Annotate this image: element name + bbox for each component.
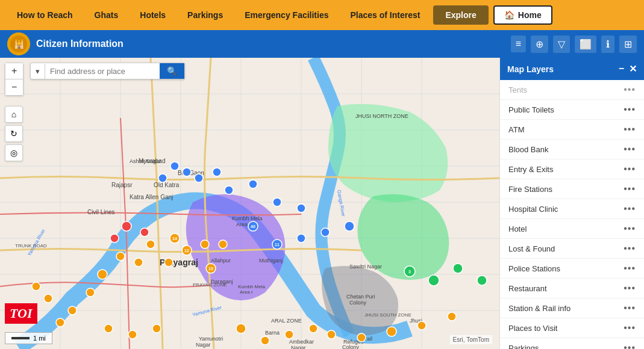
layer-entry-exits-label: Entry & Exits bbox=[508, 165, 553, 174]
info-icon-btn[interactable]: ℹ bbox=[601, 36, 614, 53]
nav-places-of-interest[interactable]: Places of Interest bbox=[340, 10, 431, 20]
locate-button[interactable]: ◎ bbox=[5, 144, 23, 161]
layer-station-rail: Station & Rail info ••• bbox=[500, 298, 644, 318]
svg-text:Ambedkar: Ambedkar bbox=[289, 339, 314, 345]
compass-button[interactable]: ↻ bbox=[5, 125, 23, 142]
layer-hospital-clinic-label: Hospital Clinic bbox=[508, 205, 558, 214]
layer-blood-bank: Blood Bank ••• bbox=[500, 140, 644, 159]
panel-close-icon[interactable]: ✕ bbox=[629, 63, 637, 75]
layer-blood-bank-label: Blood Bank bbox=[508, 145, 549, 154]
svg-point-65 bbox=[68, 306, 77, 315]
top-navigation: How to Reach Ghats Hotels Parkings Emerg… bbox=[0, 0, 644, 30]
nav-emergency-facilities[interactable]: Emergency Facilities bbox=[234, 10, 339, 20]
layer-blood-bank-menu[interactable]: ••• bbox=[624, 144, 636, 155]
svg-point-68 bbox=[32, 282, 40, 291]
zoom-out-button[interactable]: − bbox=[5, 79, 23, 95]
layer-police-stations: Police Stations ••• bbox=[500, 259, 644, 279]
svg-point-56 bbox=[201, 240, 209, 249]
svg-text:Rajapsr: Rajapsr bbox=[111, 182, 133, 188]
svg-text:Allahpur: Allahpur bbox=[211, 258, 231, 264]
svg-point-70 bbox=[104, 324, 113, 333]
layer-restaurant-menu[interactable]: ••• bbox=[624, 283, 636, 294]
svg-text:14: 14 bbox=[172, 236, 177, 241]
explore-button[interactable]: Explore bbox=[433, 5, 488, 25]
layer-public-toilets-menu[interactable]: ••• bbox=[624, 104, 636, 115]
layer-tents-label: Tents bbox=[508, 85, 527, 94]
citizen-bar: 🕌 Citizen Information ≡ ⊕ ▽ ⬜ ℹ ⊞ bbox=[0, 30, 644, 58]
svg-point-80 bbox=[417, 321, 426, 330]
svg-point-88 bbox=[297, 234, 305, 242]
svg-text:Colony: Colony bbox=[342, 344, 360, 349]
layer-fire-stations: Fire Stations ••• bbox=[500, 179, 644, 199]
svg-text:Ashok Nagar: Ashok Nagar bbox=[130, 158, 161, 164]
home-icon: 🏠 bbox=[504, 10, 514, 20]
home-label: Home bbox=[518, 10, 542, 20]
layer-tents: Tents ••• bbox=[500, 80, 644, 100]
svg-text:Barna: Barna bbox=[265, 330, 280, 336]
home-extent-button[interactable]: ⌂ bbox=[5, 106, 23, 123]
svg-point-72 bbox=[152, 324, 161, 333]
layer-hotel-menu[interactable]: ••• bbox=[624, 223, 636, 234]
svg-text:🕌: 🕌 bbox=[14, 39, 25, 49]
zoom-in-button[interactable]: + bbox=[5, 63, 23, 79]
citizen-title: Citizen Information bbox=[36, 39, 123, 49]
search-input[interactable] bbox=[45, 64, 160, 79]
layer-atm-label: ATM bbox=[508, 125, 524, 134]
bookmark-icon-btn[interactable]: ⬜ bbox=[575, 36, 596, 53]
svg-text:Muthiganj: Muthiganj bbox=[259, 258, 283, 264]
filter-icon-btn[interactable]: ▽ bbox=[553, 36, 570, 53]
map-tools: ⌂ ↻ ◎ bbox=[5, 106, 23, 161]
svg-point-98 bbox=[170, 162, 179, 170]
svg-text:3: 3 bbox=[408, 270, 411, 274]
nav-ghats[interactable]: Ghats bbox=[84, 10, 130, 20]
svg-text:40: 40 bbox=[251, 224, 255, 229]
layer-atm-menu[interactable]: ••• bbox=[624, 124, 636, 135]
grid-icon-btn[interactable]: ⊞ bbox=[619, 36, 637, 53]
layer-lost-found: Lost & Found ••• bbox=[500, 239, 644, 259]
svg-text:15: 15 bbox=[208, 267, 213, 271]
svg-text:Civil Lines: Civil Lines bbox=[87, 209, 115, 215]
svg-point-83 bbox=[428, 275, 439, 286]
layer-places-to-visit-menu[interactable]: ••• bbox=[624, 323, 636, 333]
svg-point-79 bbox=[387, 327, 396, 336]
layer-lost-found-menu[interactable]: ••• bbox=[624, 243, 636, 254]
citizen-toolbar: ≡ ⊕ ▽ ⬜ ℹ ⊞ bbox=[511, 36, 637, 53]
layer-tents-menu[interactable]: ••• bbox=[624, 84, 636, 95]
toi-badge: TOI bbox=[5, 303, 37, 324]
layer-hospital-clinic-menu[interactable]: ••• bbox=[624, 203, 636, 214]
map-container: Myorabad Beli Gaon Rajapsr Old Katra Kat… bbox=[0, 58, 644, 349]
svg-point-89 bbox=[321, 228, 330, 236]
layer-entry-exits-menu[interactable]: ••• bbox=[624, 164, 636, 174]
nav-hotels[interactable]: Hotels bbox=[129, 10, 177, 20]
svg-text:Sawitri Nagar: Sawitri Nagar bbox=[349, 264, 382, 270]
layer-parkings-menu[interactable]: ••• bbox=[624, 342, 636, 349]
svg-point-81 bbox=[448, 312, 456, 321]
panel-minimize-icon[interactable]: − bbox=[619, 63, 624, 75]
svg-point-84 bbox=[453, 264, 463, 273]
nav-how-to-reach[interactable]: How to Reach bbox=[6, 10, 84, 20]
list-icon-btn[interactable]: ≡ bbox=[511, 36, 526, 52]
svg-text:PRAYAG ZONE: PRAYAG ZONE bbox=[193, 282, 227, 288]
layer-hospital-clinic: Hospital Clinic ••• bbox=[500, 199, 644, 219]
svg-point-92 bbox=[297, 204, 305, 212]
layer-station-rail-menu[interactable]: ••• bbox=[624, 303, 636, 313]
nav-parkings[interactable]: Parkings bbox=[177, 10, 234, 20]
layer-public-toilets-label: Public Toilets bbox=[508, 105, 554, 114]
svg-point-95 bbox=[213, 168, 221, 176]
layers-icon-btn[interactable]: ⊕ bbox=[531, 36, 548, 53]
svg-point-71 bbox=[128, 330, 137, 339]
svg-point-94 bbox=[225, 186, 233, 194]
svg-text:Chetan Puri: Chetan Puri bbox=[346, 294, 375, 300]
home-button[interactable]: 🏠 Home bbox=[493, 5, 552, 25]
svg-point-60 bbox=[146, 240, 155, 249]
scale-label: 1 mi bbox=[33, 335, 46, 342]
layer-parkings: Parkings ••• bbox=[500, 338, 644, 349]
layer-restaurant: Restaurant ••• bbox=[500, 279, 644, 298]
svg-text:Kumbh Mela: Kumbh Mela bbox=[232, 215, 263, 221]
layer-fire-stations-menu[interactable]: ••• bbox=[624, 184, 636, 194]
svg-point-93 bbox=[249, 180, 257, 188]
search-button[interactable]: 🔍 bbox=[160, 63, 184, 79]
citizen-left: 🕌 Citizen Information bbox=[7, 32, 123, 55]
layer-police-stations-menu[interactable]: ••• bbox=[624, 263, 636, 274]
search-dropdown[interactable]: ▾ bbox=[31, 64, 45, 79]
